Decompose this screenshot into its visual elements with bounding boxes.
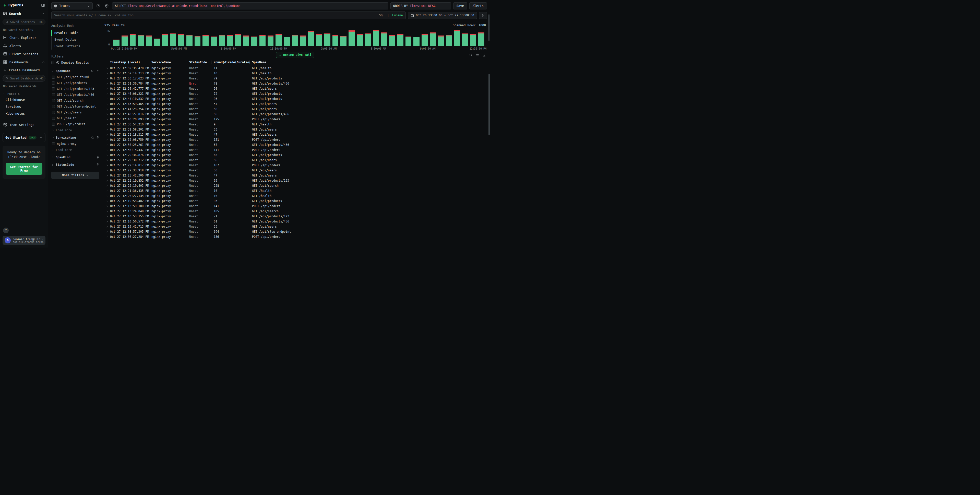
- histogram-bar[interactable]: [227, 35, 233, 46]
- histogram-bar[interactable]: [267, 35, 274, 46]
- facet-item[interactable]: GET /api/products/123: [51, 86, 99, 92]
- row-density-icon[interactable]: [476, 53, 479, 57]
- row-expand-chevron-icon[interactable]: [104, 134, 110, 136]
- table-row[interactable]: Oct 27 12:44:10.832 PMnginx-proxyUnset95…: [104, 96, 487, 102]
- row-expand-chevron-icon[interactable]: [104, 149, 110, 151]
- histogram-bar[interactable]: [170, 33, 176, 46]
- row-expand-chevron-icon[interactable]: [104, 231, 110, 233]
- histogram-bar[interactable]: [381, 32, 387, 46]
- facet-search-icon[interactable]: [91, 136, 94, 139]
- histogram-bar[interactable]: [478, 32, 484, 46]
- resume-live-tail-button[interactable]: Resume Live Tail: [276, 52, 314, 58]
- get-started-card[interactable]: Get Started 3/3: [3, 133, 45, 142]
- date-range-picker[interactable]: Oct 26 13:00:00 - Oct 27 13:00:00: [408, 12, 477, 19]
- histogram-bar[interactable]: [275, 34, 282, 46]
- table-row[interactable]: Oct 27 12:19:53.482 PMnginx-proxyUnset93…: [104, 199, 487, 204]
- histogram-bar[interactable]: [357, 34, 363, 46]
- pin-icon[interactable]: [96, 70, 99, 73]
- histogram-bar[interactable]: [300, 35, 306, 46]
- row-expand-chevron-icon[interactable]: [104, 185, 110, 187]
- row-expand-chevron-icon[interactable]: [104, 129, 110, 131]
- order-by-input[interactable]: ORDER BY Timestamp DESC: [390, 2, 451, 10]
- histogram-bar[interactable]: [365, 33, 371, 46]
- facet-group-header[interactable]: ServiceName: [51, 136, 99, 140]
- histogram-bar[interactable]: [113, 40, 119, 46]
- row-expand-chevron-icon[interactable]: [104, 67, 110, 70]
- row-expand-chevron-icon[interactable]: [104, 159, 110, 161]
- facet-item[interactable]: POST /api/orders: [51, 121, 99, 127]
- checkbox[interactable]: [52, 111, 55, 114]
- saved-searches-field[interactable]: [10, 20, 38, 24]
- facet-item[interactable]: GET /api/products: [51, 80, 99, 86]
- checkbox[interactable]: [52, 117, 55, 120]
- row-expand-chevron-icon[interactable]: [104, 123, 110, 126]
- checkbox[interactable]: [52, 81, 55, 84]
- load-more[interactable]: Load more: [51, 127, 99, 132]
- row-expand-chevron-icon[interactable]: [104, 93, 110, 95]
- facet-group-header[interactable]: StatusCode: [51, 163, 99, 167]
- presets-toggle[interactable]: PRESETS: [3, 90, 45, 96]
- sidebar-item-kubernetes[interactable]: Kubernetes: [3, 110, 45, 117]
- histogram-bar[interactable]: [340, 36, 347, 46]
- row-expand-chevron-icon[interactable]: [104, 236, 110, 238]
- help-button[interactable]: ?: [3, 228, 9, 233]
- table-row[interactable]: Oct 27 12:10:53.155 PMnginx-proxyUnset71…: [104, 214, 487, 219]
- table-row[interactable]: Oct 27 12:29:14.817 PMnginx-proxyUnset16…: [104, 163, 487, 168]
- histogram-bar[interactable]: [454, 30, 460, 46]
- table-row[interactable]: Oct 27 12:40:27.016 PMnginx-proxyUnset56…: [104, 111, 487, 117]
- source-select[interactable]: Traces: [51, 2, 93, 10]
- histogram-bar[interactable]: [162, 34, 168, 46]
- facet-group-header[interactable]: SpanKind: [51, 156, 99, 159]
- row-expand-chevron-icon[interactable]: [104, 139, 110, 141]
- row-expand-chevron-icon[interactable]: [104, 205, 110, 207]
- pin-icon[interactable]: [96, 136, 99, 139]
- download-icon[interactable]: [482, 53, 486, 57]
- alerts-button[interactable]: Alerts: [469, 2, 487, 10]
- facet-search-icon[interactable]: [91, 70, 94, 73]
- histogram-bar[interactable]: [284, 37, 290, 46]
- histogram-bar[interactable]: [470, 34, 476, 46]
- histogram-bar[interactable]: [194, 36, 201, 46]
- column-header-servicename[interactable]: ServiceName: [149, 60, 187, 64]
- table-row[interactable]: Oct 27 12:25:42.306 PMnginx-proxyUnset47…: [104, 173, 487, 178]
- row-expand-chevron-icon[interactable]: [104, 144, 110, 146]
- sidebar-item-alerts[interactable]: Alerts: [3, 41, 45, 50]
- row-expand-chevron-icon[interactable]: [104, 180, 110, 182]
- table-row[interactable]: Oct 27 12:13:59.180 PMnginx-proxyUnset14…: [104, 204, 487, 209]
- histogram-bar[interactable]: [373, 30, 379, 46]
- row-expand-chevron-icon[interactable]: [104, 190, 110, 192]
- mode-sql-toggle[interactable]: SQL: [379, 14, 384, 17]
- histogram-bar[interactable]: [186, 35, 192, 46]
- pin-icon[interactable]: [96, 163, 99, 166]
- histogram-bar[interactable]: [462, 33, 468, 46]
- histogram-bar[interactable]: [138, 35, 144, 46]
- table-row[interactable]: Oct 27 12:21:36.435 PMnginx-proxyUnset10…: [104, 188, 487, 193]
- get-started-free-button[interactable]: Get Started for Free: [6, 163, 42, 175]
- checkbox[interactable]: [52, 123, 55, 126]
- row-expand-chevron-icon[interactable]: [104, 83, 110, 85]
- histogram-bar[interactable]: [308, 31, 314, 46]
- histogram-bar[interactable]: [389, 35, 395, 46]
- sidebar-item-search[interactable]: Search: [3, 10, 45, 18]
- histogram-bar[interactable]: [259, 35, 266, 46]
- table-row[interactable]: Oct 27 12:13:24.048 PMnginx-proxyUnset18…: [104, 209, 487, 214]
- source-settings-gear-icon[interactable]: [103, 3, 110, 9]
- search-input[interactable]: [54, 14, 377, 17]
- facet-item[interactable]: GET /api/not-found: [51, 74, 99, 80]
- table-row[interactable]: Oct 27 12:32:58.201 PMnginx-proxyUnset53…: [104, 127, 487, 132]
- table-row[interactable]: Oct 27 12:29:30.712 PMnginx-proxyUnset56…: [104, 158, 487, 163]
- checkbox[interactable]: [52, 105, 55, 108]
- save-button[interactable]: Save: [453, 2, 467, 10]
- histogram-bar[interactable]: [202, 35, 208, 46]
- row-expand-chevron-icon[interactable]: [104, 118, 110, 121]
- sidebar-item-dashboards[interactable]: Dashboards: [3, 58, 45, 66]
- histogram-bar[interactable]: [422, 34, 428, 46]
- row-expand-chevron-icon[interactable]: [104, 200, 110, 202]
- histogram-bar[interactable]: [414, 37, 420, 46]
- histogram-bar[interactable]: [397, 34, 403, 46]
- histogram-bar[interactable]: [438, 35, 444, 46]
- table-row[interactable]: Oct 27 12:29:36.876 PMnginx-proxyUnset65…: [104, 153, 487, 158]
- histogram-bar[interactable]: [178, 34, 185, 46]
- mode-event-deltas[interactable]: Event Deltas: [51, 36, 99, 43]
- row-expand-chevron-icon[interactable]: [104, 103, 110, 105]
